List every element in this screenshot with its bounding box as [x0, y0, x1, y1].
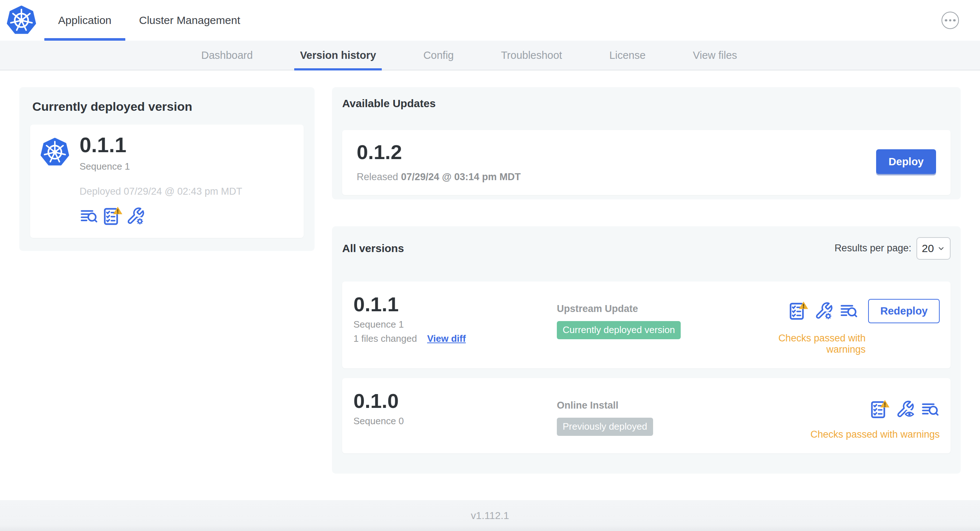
tab-dashboard[interactable]: Dashboard [201, 41, 253, 70]
kubernetes-logo-icon [6, 5, 36, 35]
row-action-icons [748, 399, 940, 420]
kubernetes-app-icon [40, 138, 69, 167]
console-version-label: v1.112.1 [471, 510, 509, 521]
tab-config[interactable]: Config [423, 41, 454, 70]
current-version-sequence: Sequence 1 [80, 161, 242, 172]
current-version-details: 0.1.1 Sequence 1 Deployed 07/29/24 @ 02:… [80, 133, 242, 226]
right-column: Available Updates 0.1.2 Released07/29/24… [332, 87, 961, 474]
tab-view-files[interactable]: View files [693, 41, 737, 70]
topbar: Application Cluster Management [0, 0, 980, 41]
overflow-menu-button[interactable] [942, 12, 959, 29]
redeploy-button[interactable]: Redeploy [868, 299, 940, 323]
view-logs-icon[interactable] [80, 207, 99, 226]
view-logs-icon[interactable] [839, 302, 858, 320]
results-per-page-label: Results per page: [834, 243, 912, 254]
currently-deployed-panel: Currently deployed version 0.1.1 Sequenc… [19, 87, 315, 251]
tab-troubleshoot[interactable]: Troubleshoot [501, 41, 562, 70]
preflight-status-text: Checks passed with warnings [748, 333, 865, 355]
footer: v1.112.1 [0, 500, 980, 531]
chevron-down-icon [937, 245, 945, 253]
preflight-checks-warning-icon[interactable] [788, 301, 808, 321]
ellipsis-icon [945, 19, 947, 22]
update-released-line: Released07/29/24 @ 03:14 pm MDT [357, 172, 521, 183]
current-version-number: 0.1.1 [80, 133, 242, 157]
results-per-page-select[interactable]: 20 [916, 237, 951, 260]
results-per-page-value: 20 [922, 242, 934, 254]
current-version-deployed-timestamp: Deployed 07/29/24 @ 02:43 pm MDT [80, 186, 242, 197]
version-row-source: Upstream Update Currently deployed versi… [557, 293, 748, 355]
version-row-actions: Redeploy Checks passed with warnings [748, 293, 940, 355]
version-row-actions: Checks passed with warnings [748, 390, 940, 440]
released-date: 07/29/24 @ 03:14 pm MDT [401, 172, 520, 182]
available-updates-title: Available Updates [342, 97, 951, 110]
main-content: Currently deployed version 0.1.1 Sequenc… [0, 70, 980, 474]
preflight-checks-warning-icon[interactable] [102, 206, 123, 226]
row-source-label: Online Install [557, 400, 748, 411]
topnav-tab-label: Cluster Management [139, 14, 240, 27]
topnav-tab-application[interactable]: Application [44, 0, 125, 41]
tab-version-history[interactable]: Version history [300, 41, 376, 70]
files-changed-label: 1 files changed [353, 333, 417, 344]
row-sequence: Sequence 0 [353, 415, 557, 427]
version-row-info: 0.1.1 Sequence 1 1 files changed View di… [353, 293, 557, 355]
edit-config-icon[interactable] [126, 207, 145, 226]
current-version-card: 0.1.1 Sequence 1 Deployed 07/29/24 @ 02:… [30, 125, 304, 238]
version-row: 0.1.0 Sequence 0 Online Install Previous… [342, 378, 951, 453]
row-source-label: Upstream Update [557, 303, 748, 315]
tab-license[interactable]: License [609, 41, 646, 70]
row-action-icons: Redeploy [748, 299, 940, 323]
row-version-number: 0.1.0 [353, 390, 557, 412]
view-logs-icon[interactable] [921, 400, 940, 419]
ellipsis-icon [953, 19, 956, 22]
row-sequence: Sequence 1 [353, 319, 557, 330]
preflight-checks-warning-icon[interactable] [869, 399, 889, 420]
topnav-tab-cluster-management[interactable]: Cluster Management [125, 0, 254, 41]
version-row-source: Online Install Previously deployed [557, 390, 748, 440]
all-versions-panel: All versions Results per page: 20 0.1.1 … [332, 226, 961, 474]
current-version-actions [80, 206, 242, 226]
previously-deployed-badge: Previously deployed [557, 418, 653, 436]
preflight-status-text: Checks passed with warnings [748, 429, 940, 440]
available-updates-panel: Available Updates 0.1.2 Released07/29/24… [332, 87, 961, 199]
released-label: Released [357, 172, 398, 182]
view-config-icon[interactable] [896, 400, 915, 419]
app-subnav: Dashboard Version history Config Trouble… [0, 41, 980, 70]
version-row: 0.1.1 Sequence 1 1 files changed View di… [342, 281, 951, 368]
currently-deployed-title: Currently deployed version [32, 100, 301, 114]
topnav-tab-label: Application [58, 14, 111, 27]
deploy-button[interactable]: Deploy [876, 149, 936, 174]
all-versions-header: All versions Results per page: 20 [342, 237, 951, 260]
all-versions-title: All versions [342, 242, 404, 254]
currently-deployed-badge: Currently deployed version [557, 321, 681, 339]
ellipsis-icon [949, 19, 952, 22]
row-version-number: 0.1.1 [353, 293, 557, 316]
view-diff-link[interactable]: View diff [427, 333, 466, 344]
version-row-info: 0.1.0 Sequence 0 [353, 390, 557, 440]
available-update-info: 0.1.2 Released07/29/24 @ 03:14 pm MDT [357, 141, 521, 183]
available-update-row: 0.1.2 Released07/29/24 @ 03:14 pm MDT De… [342, 130, 951, 195]
edit-config-icon[interactable] [815, 302, 833, 320]
row-files-line: 1 files changed View diff [353, 333, 557, 344]
results-per-page: Results per page: 20 [834, 237, 951, 260]
update-version-number: 0.1.2 [357, 141, 521, 164]
